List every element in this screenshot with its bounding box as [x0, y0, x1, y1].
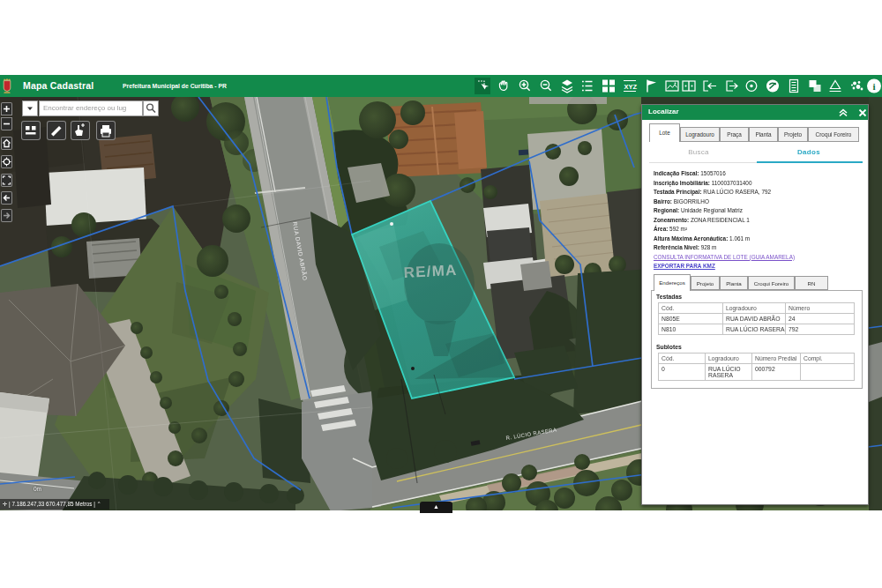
svg-text:i: i [872, 81, 875, 92]
svg-text:XYZ: XYZ [624, 83, 638, 91]
